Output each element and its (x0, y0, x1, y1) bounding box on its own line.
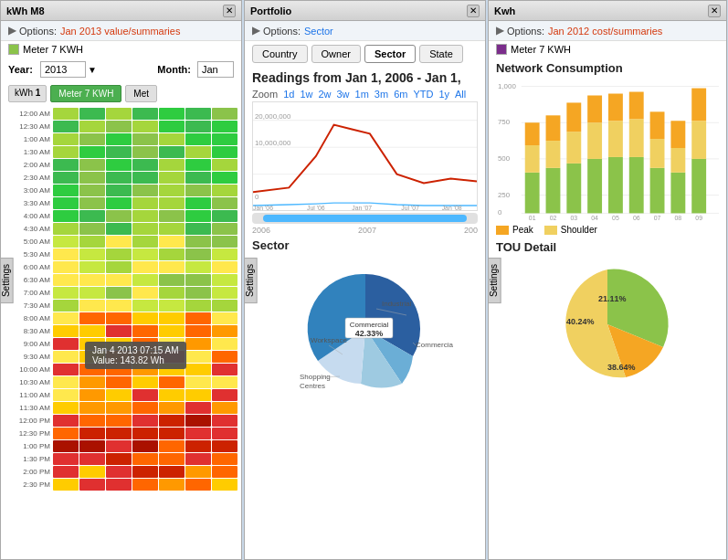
heatmap-cell[interactable] (132, 466, 158, 478)
heatmap-cell[interactable] (159, 121, 185, 132)
heatmap-cell[interactable] (185, 415, 211, 427)
heatmap-cell[interactable] (53, 428, 79, 439)
zoom-ytd[interactable]: YTD (413, 89, 433, 100)
heatmap-cell[interactable] (53, 376, 79, 388)
panel1-close-button[interactable]: ✕ (223, 5, 236, 17)
heatmap-cell[interactable] (132, 108, 158, 120)
heatmap-cell[interactable] (79, 248, 105, 260)
heatmap-cell[interactable] (185, 351, 211, 363)
heatmap-cell[interactable] (212, 300, 237, 312)
heatmap-cell[interactable] (159, 236, 185, 248)
heatmap-cell[interactable] (106, 325, 132, 337)
heatmap-cell[interactable] (212, 402, 237, 414)
heatmap-cell[interactable] (132, 261, 158, 273)
filter-state-button[interactable]: State (419, 45, 463, 63)
heatmap-cell[interactable] (106, 453, 132, 465)
heatmap-cell[interactable] (106, 146, 132, 158)
panel3-close-button[interactable]: ✕ (708, 5, 721, 17)
zoom-1y[interactable]: 1y (438, 89, 449, 100)
heatmap-cell[interactable] (132, 376, 158, 388)
heatmap-cell[interactable] (212, 440, 237, 452)
heatmap-cell[interactable] (79, 479, 105, 491)
heatmap-cell[interactable] (53, 121, 79, 132)
heatmap-cell[interactable] (212, 236, 237, 248)
heatmap-cell[interactable] (185, 108, 211, 120)
filter-sector-button[interactable]: Sector (364, 45, 416, 63)
heatmap-cell[interactable] (212, 287, 237, 299)
heatmap-cell[interactable] (106, 236, 132, 248)
heatmap-cell[interactable] (132, 287, 158, 299)
heatmap-cell[interactable] (79, 108, 105, 120)
heatmap-cell[interactable] (53, 351, 79, 363)
heatmap-cell[interactable] (185, 248, 211, 260)
heatmap-cell[interactable] (185, 300, 211, 312)
heatmap-cell[interactable] (53, 248, 79, 260)
heatmap-cell[interactable] (106, 466, 132, 478)
heatmap-cell[interactable] (79, 415, 105, 427)
heatmap-cell[interactable] (212, 159, 237, 171)
heatmap-cell[interactable] (185, 479, 211, 491)
heatmap-cell[interactable] (212, 338, 237, 350)
heatmap-cell[interactable] (212, 466, 237, 478)
zoom-1d[interactable]: 1d (283, 89, 294, 100)
heatmap-cell[interactable] (106, 108, 132, 120)
heatmap-cell[interactable] (53, 300, 79, 312)
heatmap-cell[interactable] (212, 351, 237, 363)
heatmap-cell[interactable] (79, 274, 105, 286)
heatmap-cell[interactable] (159, 300, 185, 312)
heatmap-cell[interactable] (159, 376, 185, 388)
zoom-3w[interactable]: 3w (337, 89, 350, 100)
heatmap-cell[interactable] (185, 364, 211, 375)
heatmap-cell[interactable] (106, 261, 132, 273)
heatmap-cell[interactable] (212, 146, 237, 158)
heatmap-cell[interactable] (212, 185, 237, 196)
heatmap-cell[interactable] (79, 146, 105, 158)
heatmap-cell[interactable] (53, 261, 79, 273)
heatmap-cell[interactable] (132, 389, 158, 401)
heatmap-cell[interactable] (185, 402, 211, 414)
heatmap-cell[interactable] (185, 389, 211, 401)
heatmap-cell[interactable] (53, 338, 79, 350)
heatmap-cell[interactable] (53, 479, 79, 491)
heatmap-cell[interactable] (212, 274, 237, 286)
panel1-year-select[interactable]: ▼ (40, 61, 97, 78)
heatmap-cell[interactable] (79, 159, 105, 171)
heatmap-cell[interactable] (159, 172, 185, 184)
heatmap-cell[interactable] (53, 185, 79, 196)
zoom-1w[interactable]: 1w (300, 89, 312, 100)
panel2-slider[interactable] (252, 213, 478, 224)
heatmap-cell[interactable] (106, 440, 132, 452)
heatmap-cell[interactable] (106, 300, 132, 312)
heatmap-cell[interactable] (132, 210, 158, 222)
heatmap-cell[interactable] (185, 338, 211, 350)
heatmap-cell[interactable] (132, 197, 158, 209)
heatmap-cell[interactable] (53, 466, 79, 478)
heatmap-cell[interactable] (212, 223, 237, 235)
heatmap-cell[interactable] (79, 300, 105, 312)
heatmap-cell[interactable] (185, 453, 211, 465)
zoom-3m[interactable]: 3m (375, 89, 388, 100)
heatmap-cell[interactable] (212, 428, 237, 439)
heatmap-cell[interactable] (79, 133, 105, 145)
heatmap-cell[interactable] (212, 210, 237, 222)
heatmap-cell[interactable] (132, 133, 158, 145)
heatmap-cell[interactable] (159, 312, 185, 324)
heatmap-cell[interactable] (212, 248, 237, 260)
heatmap-cell[interactable] (132, 402, 158, 414)
heatmap-cell[interactable] (106, 223, 132, 235)
zoom-2w[interactable]: 2w (318, 89, 331, 100)
heatmap-cell[interactable] (106, 312, 132, 324)
heatmap-cell[interactable] (79, 440, 105, 452)
heatmap-cell[interactable] (185, 312, 211, 324)
heatmap-cell[interactable] (106, 133, 132, 145)
heatmap-cell[interactable] (79, 197, 105, 209)
panel3-settings-tab[interactable]: Settings (488, 257, 501, 302)
heatmap-cell[interactable] (212, 261, 237, 273)
heatmap-cell[interactable] (185, 466, 211, 478)
heatmap-cell[interactable] (106, 121, 132, 132)
heatmap-cell[interactable] (106, 415, 132, 427)
heatmap-cell[interactable] (79, 389, 105, 401)
heatmap-cell[interactable] (159, 325, 185, 337)
heatmap-cell[interactable] (79, 453, 105, 465)
heatmap-cell[interactable] (159, 108, 185, 120)
